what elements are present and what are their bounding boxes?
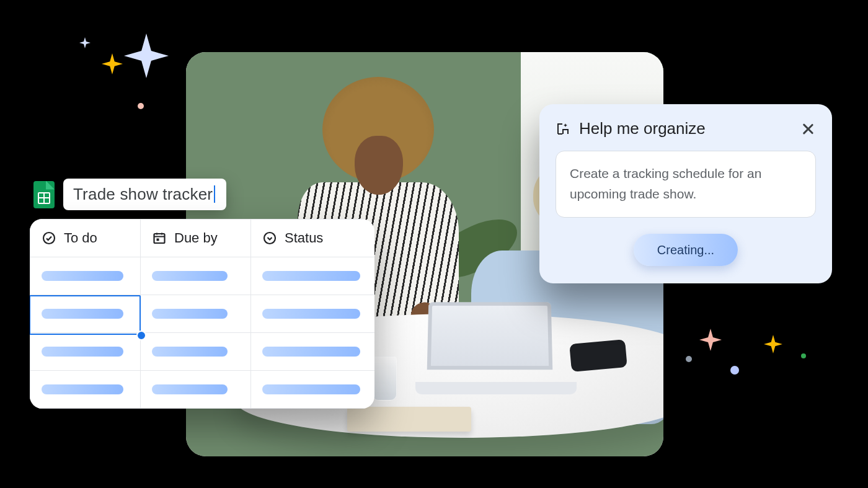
- table-row: [30, 371, 375, 409]
- table-row: [30, 257, 375, 295]
- placeholder-pill: [262, 309, 360, 319]
- cell[interactable]: [251, 333, 375, 371]
- placeholder-pill: [42, 384, 123, 394]
- decorative-dot: [686, 356, 692, 362]
- spreadsheet-grid[interactable]: To do Due by: [30, 219, 374, 409]
- check-circle-icon: [42, 231, 56, 246]
- column-header-label: To do: [64, 230, 97, 246]
- cell[interactable]: [251, 295, 375, 333]
- cell[interactable]: [141, 295, 251, 333]
- svg-rect-2: [157, 239, 159, 241]
- sparkle-icon: [699, 329, 722, 351]
- placeholder-pill: [262, 384, 360, 394]
- table-row: [30, 295, 375, 333]
- sparkle-icon: [764, 335, 782, 353]
- cell[interactable]: [251, 257, 375, 295]
- help-me-organize-panel: Help me organize Create a tracking sched…: [539, 104, 832, 283]
- placeholder-pill: [152, 384, 228, 394]
- placeholder-pill: [152, 309, 228, 319]
- doc-title-text: Trade show tracker: [73, 185, 213, 203]
- column-header-label: Status: [285, 230, 323, 246]
- cell[interactable]: [251, 371, 375, 409]
- placeholder-pill: [262, 271, 360, 281]
- sparkle-icon: [79, 37, 91, 48]
- placeholder-pill: [42, 347, 123, 357]
- svg-rect-1: [154, 234, 165, 243]
- placeholder-pill: [42, 271, 123, 281]
- panel-title: Help me organize: [579, 119, 791, 138]
- column-header-status[interactable]: Status: [251, 220, 375, 257]
- decorative-dot: [801, 353, 806, 358]
- cell[interactable]: [141, 333, 251, 371]
- cell[interactable]: [30, 333, 141, 371]
- google-sheets-icon: [33, 181, 55, 208]
- cell[interactable]: [30, 295, 141, 333]
- cell[interactable]: [30, 257, 141, 295]
- sparkle-icon: [124, 33, 169, 78]
- doc-title-input[interactable]: Trade show tracker: [63, 179, 226, 210]
- cell[interactable]: [141, 371, 251, 409]
- placeholder-pill: [262, 347, 360, 357]
- create-button[interactable]: Creating...: [634, 234, 738, 266]
- cell[interactable]: [141, 257, 251, 295]
- close-button[interactable]: [800, 121, 816, 137]
- column-header-label: Due by: [174, 230, 218, 246]
- decorative-dot: [138, 103, 144, 109]
- placeholder-pill: [42, 309, 123, 319]
- decorative-dot: [730, 366, 739, 375]
- placeholder-pill: [152, 271, 228, 281]
- svg-point-0: [43, 233, 55, 244]
- cell[interactable]: [30, 371, 141, 409]
- column-header-todo[interactable]: To do: [30, 220, 141, 257]
- sheets-overlay: Trade show tracker To do: [30, 179, 374, 409]
- placeholder-pill: [152, 347, 228, 357]
- dropdown-circle-icon: [262, 231, 277, 246]
- organize-sparkle-icon: [556, 120, 570, 138]
- prompt-textarea[interactable]: Create a tracking schedule for an upcomi…: [556, 151, 816, 218]
- column-header-dueby[interactable]: Due by: [141, 220, 251, 257]
- sparkle-icon: [102, 53, 123, 74]
- calendar-icon: [152, 231, 167, 246]
- svg-point-3: [264, 233, 275, 244]
- table-row: [30, 333, 375, 371]
